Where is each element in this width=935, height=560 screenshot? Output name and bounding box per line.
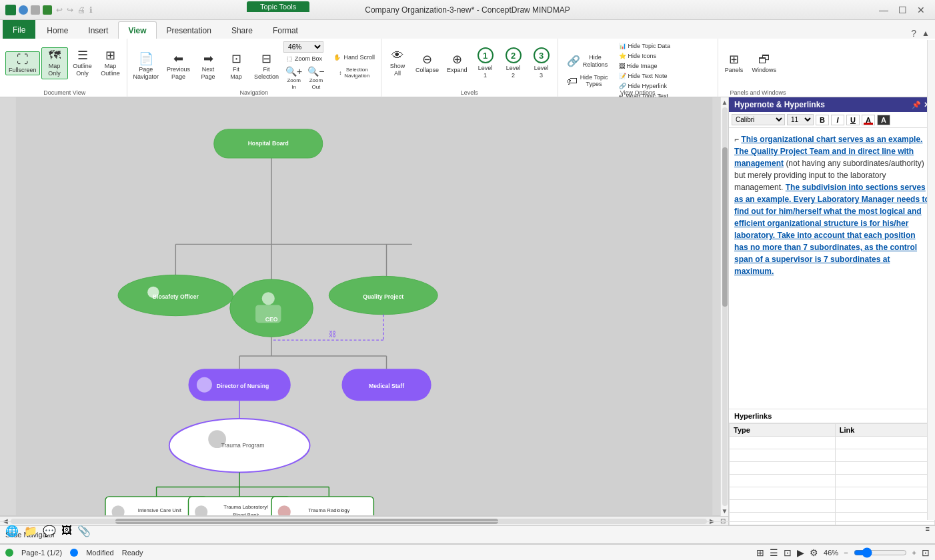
show-all-icon: 👁: [391, 49, 403, 61]
hide-topic-types-button[interactable]: 🏷 Hide TopicTypes: [561, 72, 614, 91]
status-icon-2[interactable]: ☰: [770, 547, 778, 558]
tab-file[interactable]: File: [3, 20, 35, 39]
panel-icon-3[interactable]: 💬: [43, 525, 56, 537]
tab-view[interactable]: View: [118, 21, 156, 39]
level3-button[interactable]: 3 Level3: [528, 45, 555, 81]
canvas[interactable]: Hospital Board Biosafety Officer CEO Qua…: [0, 97, 728, 525]
previous-page-button[interactable]: ⬅ PreviousPage: [163, 51, 193, 83]
zoom-out-icon: 🔍−: [307, 67, 324, 76]
map-only-button[interactable]: 🗺 MapOnly: [41, 47, 68, 79]
underline-button[interactable]: U: [846, 115, 860, 125]
svg-text:Trauma Radiology: Trauma Radiology: [308, 507, 349, 513]
level2-button[interactable]: 2 Level2: [500, 45, 527, 81]
selection-navigation-button[interactable]: ↕ SelectionNavigation: [330, 65, 378, 81]
font-size-selector[interactable]: 11 10 12 14: [787, 114, 814, 125]
hide-icons-icon: ⭐: [619, 53, 626, 59]
hand-scroll-button[interactable]: ✋ Hand Scroll: [330, 52, 378, 63]
zoom-select[interactable]: 46% 50% 75% 100%: [283, 41, 323, 53]
panel-icon-1[interactable]: 🌐: [5, 525, 19, 537]
panel-v-scrollbar[interactable]: [927, 40, 935, 520]
v-scrollbar-thumb[interactable]: [722, 147, 728, 307]
maximize-button[interactable]: ☐: [894, 3, 911, 17]
v-scrollbar-track[interactable]: [722, 107, 728, 506]
map-only-icon: 🗺: [49, 49, 61, 61]
pin-icon[interactable]: 📌: [912, 101, 921, 109]
print-icon[interactable]: 🖨: [77, 5, 85, 15]
windows-button[interactable]: 🗗 Windows: [749, 51, 780, 76]
next-page-button[interactable]: ➡ NextPage: [195, 51, 221, 83]
page-navigator-button[interactable]: 📄 PageNavigator: [130, 51, 163, 83]
close-button[interactable]: ✕: [912, 3, 930, 17]
hand-scroll-icon: ✋: [333, 54, 341, 61]
new-icon[interactable]: [19, 5, 28, 15]
open-icon[interactable]: [31, 5, 40, 15]
hyperlinks-empty-row: [730, 437, 935, 449]
panels-windows-group: ⊞ Panels 🗗 Windows Panels and Windows: [718, 39, 798, 97]
collapse-button[interactable]: ⊖ Collapse: [412, 51, 442, 76]
font-color-button[interactable]: A: [862, 115, 875, 125]
status-icon-4[interactable]: ▶: [797, 547, 804, 558]
hide-topic-data-button[interactable]: 📊 Hide Topic Data: [616, 41, 674, 51]
show-all-button[interactable]: 👁 ShowAll: [384, 47, 411, 79]
status-icon-1[interactable]: ⊞: [756, 547, 764, 558]
hide-relations-button[interactable]: 🔗 HideRelations: [561, 52, 614, 71]
hide-image-button[interactable]: 🖼 Hide Image: [616, 61, 674, 71]
tab-insert[interactable]: Insert: [78, 21, 118, 39]
svg-text:Director of Nursing: Director of Nursing: [217, 383, 269, 389]
tab-home[interactable]: Home: [37, 21, 78, 39]
tab-presentation[interactable]: Presentation: [157, 21, 221, 39]
mindmap-canvas[interactable]: Hospital Board Biosafety Officer CEO Qua…: [0, 97, 728, 525]
scroll-up-icon[interactable]: ▲: [722, 99, 728, 106]
zoom-out-button[interactable]: 🔍− ZoomOut: [305, 65, 326, 92]
hyperlinks-table: Type Link: [729, 423, 935, 525]
zoom-slider[interactable]: [854, 547, 907, 558]
hide-text-note-button[interactable]: 📝 Hide Text Note: [616, 71, 674, 81]
navigation-group: 📄 PageNavigator ⬅ PreviousPage ➡ NextPag…: [127, 39, 381, 97]
map-outline-button[interactable]: ⊞ MapOutline: [97, 47, 124, 79]
help-icon[interactable]: ?: [911, 28, 916, 39]
zoom-in-button[interactable]: 🔍+ ZoomIn: [283, 65, 304, 92]
view-options-label: View Options: [558, 89, 718, 96]
zoom-fit-icon[interactable]: ⊡: [922, 547, 930, 558]
tab-share[interactable]: Share: [221, 21, 263, 39]
italic-button[interactable]: I: [831, 115, 844, 125]
text-content[interactable]: ⌐ This organizational chart serves as an…: [729, 128, 935, 409]
redo-icon[interactable]: ↪: [67, 5, 73, 15]
zoom-decrease-icon[interactable]: −: [844, 549, 848, 557]
outline-only-button[interactable]: ☰ OutlineOnly: [69, 47, 96, 79]
hide-icons-button[interactable]: ⭐ Hide Icons: [616, 51, 674, 61]
ribbon-expand-icon[interactable]: ▲: [922, 29, 930, 38]
svg-point-25: [197, 377, 212, 393]
panel-icon-2[interactable]: 📁: [24, 525, 37, 537]
view-options-group: 🔗 HideRelations 🏷 Hide TopicTypes 📊 Hide…: [558, 39, 718, 97]
expand-button[interactable]: ⊕ Expand: [443, 51, 471, 76]
zoom-increase-icon[interactable]: +: [912, 549, 916, 557]
zoom-box-button[interactable]: ⬚ Zoom Box: [283, 54, 326, 63]
panel-icon-4[interactable]: 🖼: [61, 525, 72, 537]
panel-more-icon[interactable]: ≡: [926, 525, 930, 537]
panel-icon-5[interactable]: 📎: [77, 525, 91, 537]
zoom-in-out-row: 🔍+ ZoomIn 🔍− ZoomOut: [283, 65, 326, 92]
status-icon-3[interactable]: ⊡: [784, 547, 792, 558]
save-icon[interactable]: [43, 5, 52, 15]
panels-button[interactable]: ⊞ Panels: [721, 51, 748, 76]
undo-icon[interactable]: ↩: [56, 5, 63, 15]
font-selector[interactable]: Calibri Arial Times New Roman: [732, 114, 785, 125]
bold-button[interactable]: B: [816, 115, 829, 125]
level1-button[interactable]: 1 Level1: [472, 45, 499, 81]
document-view-group: ⛶ Fullscreen 🗺 MapOnly ☰ OutlineOnly ⊞ M…: [3, 39, 127, 97]
status-icon-5[interactable]: ⚙: [810, 547, 818, 558]
v-scrollbar[interactable]: ▲ ▼: [720, 97, 728, 516]
fullscreen-button[interactable]: ⛶ Fullscreen: [5, 51, 40, 76]
page-navigator-icon: 📄: [139, 53, 153, 65]
highlight-button[interactable]: A: [877, 115, 890, 125]
fit-map-button[interactable]: ⊡ FitMap: [223, 51, 249, 83]
scroll-down-icon[interactable]: ▼: [722, 507, 728, 515]
text-highlight-2: The subdivision into sections serves as …: [734, 183, 930, 276]
tab-format[interactable]: Format: [263, 21, 308, 39]
minimize-button[interactable]: —: [875, 3, 892, 17]
zoom-select-row: 46% 50% 75% 100%: [283, 41, 326, 53]
fit-selection-button[interactable]: ⊟ FitSelection: [251, 51, 282, 83]
zoom-label: 46%: [824, 549, 838, 557]
info-icon[interactable]: ℹ: [89, 5, 93, 15]
